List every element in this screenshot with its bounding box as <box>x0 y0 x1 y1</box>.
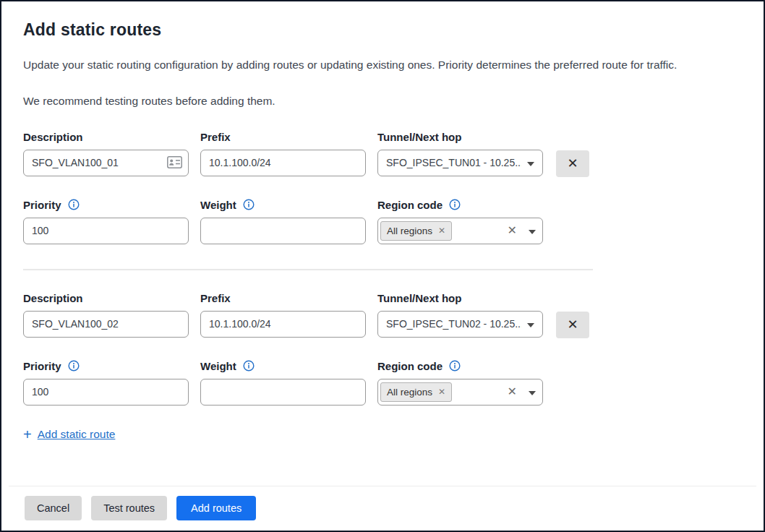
prefix-field-1: Prefix <box>200 131 366 176</box>
description-field-2: Description <box>23 292 189 338</box>
page-title: Add static routes <box>23 20 742 40</box>
weight-input[interactable] <box>200 379 366 406</box>
prefix-input[interactable] <box>200 150 366 176</box>
chevron-down-icon <box>529 385 536 398</box>
priority-input[interactable] <box>23 379 189 406</box>
add-static-route-link[interactable]: Add static route <box>38 428 116 441</box>
route-entry-2: Description Prefix Tunnel/Next hop SFO_I… <box>23 292 742 406</box>
tunnel-selected-value: SFO_IPSEC_TUN02 - 10.25... <box>386 318 521 330</box>
info-icon[interactable] <box>68 199 80 210</box>
prefix-label: Prefix <box>200 131 366 143</box>
region-label: Region code <box>377 360 443 372</box>
cancel-button[interactable]: Cancel <box>25 496 82 520</box>
tunnel-field-2: Tunnel/Next hop SFO_IPSEC_TUN02 - 10.25.… <box>377 292 543 338</box>
tunnel-selected-value: SFO_IPSEC_TUN01 - 10.25... <box>386 157 521 168</box>
info-icon[interactable] <box>243 360 255 372</box>
tunnel-select[interactable]: SFO_IPSEC_TUN01 - 10.25... <box>377 150 543 176</box>
tunnel-field-1: Tunnel/Next hop SFO_IPSEC_TUN01 - 10.25.… <box>377 131 543 176</box>
clear-selection-icon[interactable]: ✕ <box>508 386 517 398</box>
add-static-route-row: + Add static route <box>23 427 742 442</box>
region-label: Region code <box>377 199 443 211</box>
info-icon[interactable] <box>243 199 255 210</box>
test-routes-button[interactable]: Test routes <box>91 496 167 520</box>
chevron-down-icon <box>529 224 536 237</box>
route-entry-1: Description Prefix <box>23 131 742 244</box>
tunnel-label: Tunnel/Next hop <box>377 131 543 143</box>
intro-text-line1: Update your static routing configuration… <box>23 58 742 73</box>
description-input[interactable] <box>23 311 189 338</box>
region-tag-label: All regions <box>387 226 432 236</box>
priority-field-1: Priority <box>23 199 189 244</box>
tag-remove-icon[interactable]: ✕ <box>438 226 445 235</box>
dialog-content: Add static routes Update your static rou… <box>1 1 764 442</box>
route-divider <box>23 269 593 270</box>
tunnel-select[interactable]: SFO_IPSEC_TUN02 - 10.25... <box>377 311 543 338</box>
priority-label: Priority <box>23 360 61 372</box>
weight-label: Weight <box>200 199 236 211</box>
clear-selection-icon[interactable]: ✕ <box>508 225 517 236</box>
info-icon[interactable] <box>449 199 461 210</box>
dialog-footer: Cancel Test routes Add routes <box>9 486 756 531</box>
chevron-down-icon <box>527 156 534 169</box>
region-field-1: Region code All regions ✕ ✕ <box>377 199 543 244</box>
weight-input[interactable] <box>200 218 366 244</box>
plus-icon: + <box>23 427 32 442</box>
remove-route-button[interactable]: ✕ <box>556 312 589 338</box>
priority-label: Priority <box>23 199 61 211</box>
region-tag: All regions ✕ <box>380 221 452 241</box>
intro-text-line2: We recommend testing routes before addin… <box>23 94 742 109</box>
chevron-down-icon <box>527 317 534 330</box>
description-field-1: Description <box>23 131 189 176</box>
priority-input[interactable] <box>23 218 189 244</box>
tag-remove-icon[interactable]: ✕ <box>438 387 445 396</box>
region-tag-label: All regions <box>387 387 432 398</box>
prefix-label: Prefix <box>200 292 366 304</box>
tunnel-label: Tunnel/Next hop <box>377 292 543 304</box>
info-icon[interactable] <box>449 360 461 372</box>
description-label: Description <box>23 292 189 304</box>
weight-field-1: Weight <box>200 199 366 244</box>
add-routes-button[interactable]: Add routes <box>176 496 256 520</box>
weight-label: Weight <box>200 360 236 372</box>
remove-route-button[interactable]: ✕ <box>556 150 589 177</box>
priority-field-2: Priority <box>23 360 189 406</box>
region-tag: All regions ✕ <box>380 382 452 402</box>
weight-field-2: Weight <box>200 360 366 406</box>
description-input[interactable] <box>23 150 189 176</box>
prefix-input[interactable] <box>200 311 366 338</box>
info-icon[interactable] <box>68 360 80 372</box>
description-label: Description <box>23 131 189 143</box>
region-multiselect[interactable]: All regions ✕ ✕ <box>377 379 543 406</box>
region-multiselect[interactable]: All regions ✕ ✕ <box>377 218 543 244</box>
region-field-2: Region code All regions ✕ ✕ <box>377 360 543 406</box>
prefix-field-2: Prefix <box>200 292 366 338</box>
